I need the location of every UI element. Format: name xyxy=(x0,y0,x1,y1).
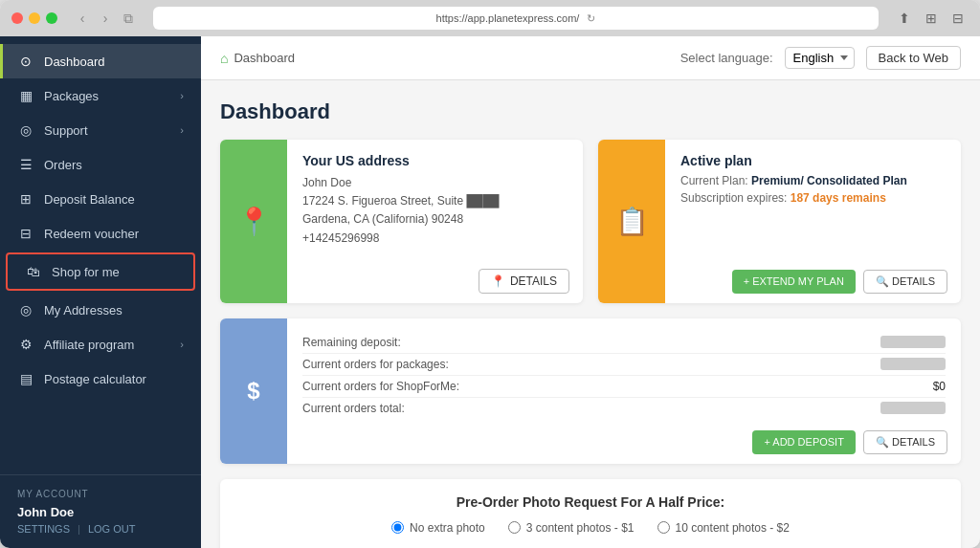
plan-card-title: Active plan xyxy=(680,153,946,168)
minimize-button[interactable] xyxy=(29,12,40,24)
add-deposit-button[interactable]: + ADD DEPOSIT xyxy=(752,430,855,454)
sidebar-item-label: Dashboard xyxy=(44,55,184,69)
sidebar-toggle-button[interactable]: ⧉ xyxy=(119,9,138,28)
sidebar-item-support[interactable]: ◎ Support › xyxy=(0,113,201,147)
calculator-icon: ▤ xyxy=(17,371,34,386)
plan-card-footer: + EXTEND MY PLAN 🔍 DETAILS xyxy=(665,262,961,303)
plan-card: 📋 Active plan Current Plan: Premium/ Con… xyxy=(598,140,961,303)
back-nav-button[interactable]: ‹ xyxy=(73,9,92,28)
page-title: Dashboard xyxy=(220,99,961,124)
back-to-web-button[interactable]: Back to Web xyxy=(866,46,961,70)
sidebar-item-redeem-voucher[interactable]: ⊟ Redeem voucher xyxy=(0,216,201,251)
plan-details-button[interactable]: 🔍 DETAILS xyxy=(863,270,947,294)
browser-nav: ‹ › ⧉ xyxy=(73,9,138,28)
photo-radio-three[interactable] xyxy=(508,521,521,534)
sidebar-item-shop-for-me[interactable]: 🛍 Shop for me xyxy=(6,252,195,291)
details-pin-icon: 📍 xyxy=(491,274,505,288)
deposit-row-total: Current orders total: ████████ xyxy=(302,398,946,419)
address-bar[interactable]: https://app.planetexpress.com/ ↻ xyxy=(153,7,879,30)
sidebar-item-label: Shop for me xyxy=(52,265,176,279)
deposit-details-button[interactable]: 🔍 DETAILS xyxy=(863,430,947,454)
photo-request-options: No extra photo 3 content photos - $1 10 … xyxy=(239,521,942,535)
browser-window: ‹ › ⧉ https://app.planetexpress.com/ ↻ ⬆… xyxy=(0,0,980,548)
sidebar-item-label: My Addresses xyxy=(44,303,184,318)
sidebar-item-orders[interactable]: ☰ Orders xyxy=(0,147,201,182)
home-icon: ⌂ xyxy=(220,51,228,66)
forward-nav-button[interactable]: › xyxy=(96,9,115,28)
photo-option-ten[interactable]: 10 content photos - $2 xyxy=(657,521,790,535)
photo-request-title: Pre-Order Photo Request For A Half Price… xyxy=(239,494,942,510)
plan-text: Current Plan: Premium/ Consolidated Plan xyxy=(680,174,946,187)
photo-radio-ten[interactable] xyxy=(657,521,670,534)
sidebar-item-my-addresses[interactable]: ◎ My Addresses xyxy=(0,293,201,327)
url-text: https://app.planetexpress.com/ xyxy=(436,12,580,24)
new-tab-button[interactable]: ⊞ xyxy=(921,8,942,29)
dashboard-icon: ⊙ xyxy=(17,54,34,69)
orders-icon: ☰ xyxy=(17,157,34,172)
language-select[interactable]: English xyxy=(785,47,855,69)
photo-option-none[interactable]: No extra photo xyxy=(391,521,485,535)
photo-radio-none[interactable] xyxy=(391,521,404,534)
packages-icon: ▦ xyxy=(17,88,34,103)
sidebar-item-label: Redeem voucher xyxy=(44,227,184,241)
deposit-packages-value: ████████ xyxy=(880,358,946,370)
deposit-card-icon-col: $ xyxy=(220,318,287,464)
sidebar-item-packages[interactable]: ▦ Packages › xyxy=(0,78,201,113)
select-language-label: Select language: xyxy=(680,51,773,65)
divider: | xyxy=(78,523,80,535)
photo-option-three-label: 3 content photos - $1 xyxy=(526,521,635,535)
settings-link[interactable]: SETTINGS xyxy=(17,523,70,535)
app-container: ⊙ Dashboard ▦ Packages › ◎ Support › ☰ xyxy=(0,36,980,548)
share-button[interactable]: ⬆ xyxy=(894,8,915,29)
my-account-label: MY ACCOUNT xyxy=(17,489,184,499)
extend-plan-button[interactable]: + EXTEND MY PLAN xyxy=(732,270,856,294)
window-controls xyxy=(11,12,57,24)
page-content: Dashboard 📍 Your US address John Doe xyxy=(201,80,980,548)
breadcrumb: ⌂ Dashboard xyxy=(220,51,295,66)
browser-titlebar: ‹ › ⧉ https://app.planetexpress.com/ ↻ ⬆… xyxy=(0,0,980,36)
sidebar-item-label: Orders xyxy=(44,158,184,172)
close-button[interactable] xyxy=(11,12,23,24)
plan-card-content: Active plan Current Plan: Premium/ Conso… xyxy=(665,140,961,303)
deposit-shopforme-value: $0 xyxy=(933,380,946,393)
sidebar-item-deposit-balance[interactable]: ⊞ Deposit Balance xyxy=(0,182,201,216)
plan-icon: 📋 xyxy=(615,206,649,237)
deposit-card-footer: + ADD DEPOSIT 🔍 DETAILS xyxy=(287,423,961,464)
deposit-remaining-value: ████████ xyxy=(880,336,946,348)
refresh-icon[interactable]: ↻ xyxy=(587,12,595,25)
sidebar-item-label: Affiliate program xyxy=(44,338,170,352)
account-section: MY ACCOUNT John Doe SETTINGS | LOG OUT xyxy=(0,474,201,548)
deposit-dollar-icon: $ xyxy=(247,378,259,405)
account-links: SETTINGS | LOG OUT xyxy=(17,523,184,535)
address-details-button[interactable]: 📍 ⊙ DETAILS DETAILS xyxy=(479,269,569,294)
chevron-right-icon: › xyxy=(180,339,184,350)
voucher-icon: ⊟ xyxy=(17,226,34,241)
sidebar-item-postage-calculator[interactable]: ▤ Postage calculator xyxy=(0,362,201,396)
sidebar-button[interactable]: ⊟ xyxy=(947,8,969,29)
sidebar-item-label: Deposit Balance xyxy=(44,192,184,207)
sidebar-item-affiliate-program[interactable]: ⚙ Affiliate program › xyxy=(0,327,201,362)
address-card-name: John Doe 17224 S. Figueroa Street, Suite… xyxy=(302,174,568,248)
sidebar-item-dashboard[interactable]: ⊙ Dashboard xyxy=(0,44,201,78)
address-card-footer: 📍 ⊙ DETAILS DETAILS xyxy=(287,261,583,303)
chevron-right-icon: › xyxy=(180,90,184,101)
address-card-icon-col: 📍 xyxy=(220,140,287,303)
plan-card-body: Active plan Current Plan: Premium/ Conso… xyxy=(665,140,961,262)
sidebar-item-label: Packages xyxy=(44,89,170,103)
photo-option-three[interactable]: 3 content photos - $1 xyxy=(508,521,635,535)
deposit-row-remaining: Remaining deposit: ████████ xyxy=(302,332,946,354)
deposit-shopforme-label: Current orders for ShopForMe: xyxy=(302,380,459,393)
maximize-button[interactable] xyxy=(46,12,57,24)
deposit-row-packages: Current orders for packages: ████████ xyxy=(302,354,946,376)
sidebar-item-label: Support xyxy=(44,123,170,138)
deposit-icon: ⊞ xyxy=(17,191,34,207)
deposit-card-body: Remaining deposit: ████████ Current orde… xyxy=(287,318,961,423)
deposit-total-value: ████████ xyxy=(880,402,946,414)
logout-link[interactable]: LOG OUT xyxy=(88,523,136,535)
location-pin-icon: 📍 xyxy=(237,206,271,237)
user-name: John Doe xyxy=(17,505,184,519)
plan-expires-text: Subscription expires: 187 days remains xyxy=(680,191,946,205)
header-right: Select language: English Back to Web xyxy=(680,46,961,70)
photo-option-none-label: No extra photo xyxy=(410,521,485,535)
shop-icon: 🛍 xyxy=(25,264,42,279)
